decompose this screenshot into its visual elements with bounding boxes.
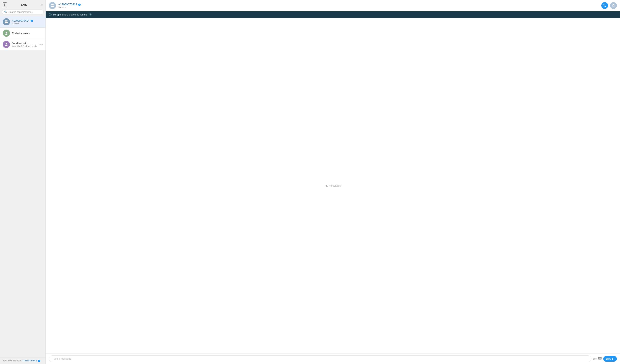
chat-header-info: +17089070414 ✓ 3 users	[58, 3, 599, 8]
conv-sub-1: 3 users	[12, 22, 43, 25]
chat-header-name-link[interactable]: +17089070414	[58, 3, 77, 6]
conv-sub-3: You: MMS (1 attachment)	[12, 45, 37, 47]
sidebar: ❮ SMS ≡ 🔍 +17089070414 ✓ 3 users	[0, 0, 46, 364]
svg-point-8	[51, 4, 52, 5]
search-bar: 🔍	[2, 9, 44, 15]
sidebar-footer: Your SMS Number: +18644744563 ✓	[0, 357, 46, 364]
sms-number-link[interactable]: +18644744563	[22, 359, 37, 362]
banner-info-icon: ⓘ	[49, 13, 52, 16]
sidebar-header: ❮ SMS ≡	[0, 0, 46, 9]
avatar-conv-3	[3, 41, 10, 48]
svg-point-5	[5, 33, 8, 35]
chat-header-verified-icon: ✓	[78, 4, 81, 6]
svg-point-9	[52, 4, 54, 5]
message-input[interactable]	[49, 355, 591, 362]
svg-point-3	[6, 22, 8, 23]
main-chat: +17089070414 ✓ 3 users ⓘ Multiple users …	[46, 0, 620, 364]
conv-info-1: +17089070414 ✓ 3 users	[12, 19, 43, 25]
compose-icon[interactable]: ≡	[41, 3, 43, 7]
search-input[interactable]	[9, 11, 41, 14]
banner-text: Multiple users share this number	[53, 13, 88, 16]
conv-name-2: Roderick Welch	[12, 32, 43, 35]
no-messages-label: No messages	[325, 184, 341, 187]
avatar-conv-2	[3, 29, 10, 37]
header-actions	[601, 2, 617, 9]
banner-info-icon-2: ⓘ	[89, 13, 92, 16]
conv-name-1: +17089070414 ✓	[12, 19, 43, 22]
svg-point-0	[5, 20, 6, 21]
svg-point-7	[5, 45, 8, 46]
chat-header-name: +17089070414 ✓	[58, 3, 599, 6]
avatar-conv-1	[3, 18, 10, 25]
app-title: SMS	[21, 3, 27, 6]
phone-button[interactable]	[601, 2, 608, 9]
conv-info-2: Roderick Welch	[12, 32, 43, 35]
conversation-item-2[interactable]: Roderick Welch	[0, 28, 46, 39]
verified-icon-1: ✓	[31, 20, 33, 22]
chat-header: +17089070414 ✓ 3 users	[46, 0, 620, 11]
send-button[interactable]: SMS ►	[603, 356, 617, 362]
chat-header-sub: 3 users	[58, 6, 599, 8]
attach-button[interactable]	[598, 356, 602, 361]
send-arrow-icon: ►	[612, 357, 614, 360]
svg-point-6	[6, 43, 7, 44]
chat-header-avatar	[49, 2, 56, 9]
conversation-item-1[interactable]: +17089070414 ✓ 3 users	[0, 16, 46, 28]
char-count: 160	[593, 358, 597, 360]
messages-area: No messages	[46, 18, 620, 353]
svg-point-1	[6, 20, 8, 21]
conv-name-3: Jon-Paul Witt	[12, 42, 37, 45]
conversation-list: +17089070414 ✓ 3 users Roderick Welch Jo…	[0, 16, 46, 357]
footer-verified-icon: ✓	[38, 360, 40, 362]
svg-point-4	[6, 32, 7, 33]
sms-number-label: Your SMS Number:	[3, 359, 21, 362]
conv-time-3: Tue	[39, 43, 43, 46]
back-button[interactable]: ❮	[3, 2, 7, 7]
compose-area: 160 SMS ►	[46, 353, 620, 364]
info-banner: ⓘ Multiple users share this number ⓘ	[46, 11, 620, 18]
conv-info-3: Jon-Paul Witt You: MMS (1 attachment)	[12, 42, 37, 47]
svg-point-11	[52, 6, 54, 7]
delete-button[interactable]	[610, 2, 617, 9]
send-label: SMS	[606, 357, 611, 360]
search-icon: 🔍	[4, 11, 7, 14]
conv-name-link-1[interactable]: +17089070414	[12, 19, 29, 22]
conversation-item-3[interactable]: Jon-Paul Witt You: MMS (1 attachment) Tu…	[0, 39, 46, 50]
